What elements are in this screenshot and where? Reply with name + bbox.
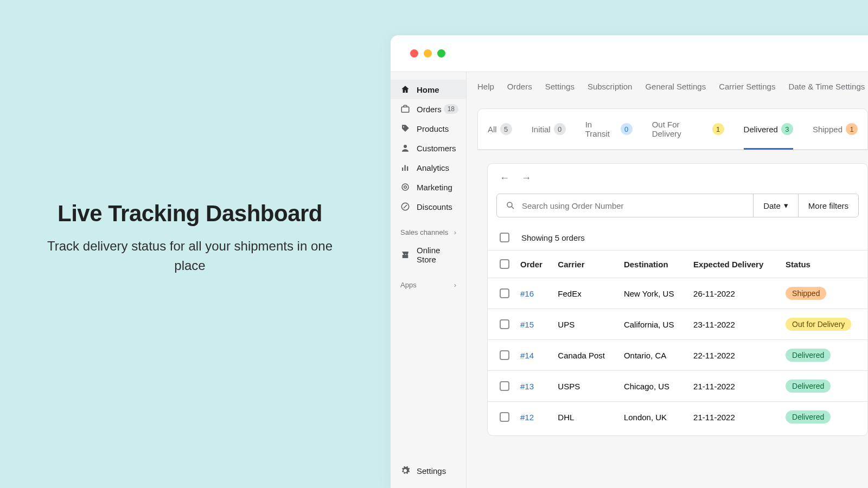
table-row: #13USPSChicago, US21-11-2022Delivered (488, 371, 867, 402)
cell-expected: 21-11-2022 (688, 402, 780, 433)
sidebar-item-orders[interactable]: Orders 18 (391, 99, 466, 119)
target-icon (400, 182, 410, 192)
section-label: Apps (400, 281, 417, 289)
cell-carrier: USPS (552, 371, 618, 402)
sidebar-item-label: Discounts (417, 202, 452, 211)
sidebar-section-apps[interactable]: Apps › (391, 277, 466, 293)
chevron-right-icon: › (454, 228, 456, 236)
row-checkbox[interactable] (500, 350, 509, 360)
tab-initial[interactable]: Initial 0 (532, 109, 566, 150)
close-icon[interactable] (410, 49, 418, 57)
sidebar-item-settings[interactable]: Settings (391, 461, 466, 480)
table-row: #16FedExNew York, US26-11-2022Shipped (488, 278, 867, 309)
sidebar-item-label: Marketing (417, 183, 452, 192)
tab-label: Delivered (744, 125, 778, 134)
table-row: #15UPSCalifornia, US23-11-2022Out for De… (488, 309, 867, 340)
sidebar-item-products[interactable]: Products (391, 119, 466, 138)
order-link[interactable]: #15 (515, 309, 552, 340)
svg-rect-4 (405, 165, 406, 171)
row-checkbox[interactable] (500, 412, 509, 422)
cell-carrier: UPS (552, 309, 618, 340)
svg-point-6 (402, 184, 409, 190)
table-row: #14Canada PostOntario, CA22-11-2022Deliv… (488, 340, 867, 371)
sidebar-item-discounts[interactable]: Discounts (391, 197, 466, 216)
cell-status: Shipped (780, 278, 867, 309)
showing-text: Showing 5 orders (521, 233, 585, 242)
tab-shipped[interactable]: Shipped 1 (813, 109, 858, 150)
tab-delivered[interactable]: Delivered 3 (744, 109, 793, 150)
topnav-subscription[interactable]: Subscription (588, 82, 633, 91)
next-arrow-icon[interactable]: → (521, 172, 531, 184)
search-input[interactable] (522, 201, 744, 210)
order-link[interactable]: #12 (515, 402, 552, 433)
table-header-row: Order Carrier Destination Expected Deliv… (488, 251, 867, 278)
col-expected: Expected Delivery (688, 251, 780, 278)
tab-label: Shipped (813, 125, 843, 134)
minimize-icon[interactable] (424, 49, 432, 57)
svg-point-9 (507, 202, 512, 207)
topnav-help[interactable]: Help (477, 82, 494, 91)
status-badge: Delivered (786, 380, 831, 393)
status-badge: Delivered (786, 410, 831, 423)
count-badge: 0 (621, 123, 633, 135)
order-link[interactable]: #13 (515, 371, 552, 402)
hero-title: Live Tracking Dashboard (38, 201, 342, 227)
filter-tabs: All 5 Initial 0 In Transit 0 Out For Del… (478, 109, 867, 150)
topnav-orders[interactable]: Orders (507, 82, 532, 91)
header-checkbox[interactable] (500, 259, 509, 269)
search-box[interactable] (497, 194, 753, 217)
more-filters-button[interactable]: More filters (798, 194, 858, 217)
row-checkbox[interactable] (500, 381, 509, 391)
sidebar-item-customers[interactable]: Customers (391, 138, 466, 158)
count-badge: 0 (554, 123, 566, 135)
prev-arrow-icon[interactable]: ← (500, 172, 509, 184)
svg-rect-0 (401, 107, 409, 112)
date-filter-button[interactable]: Date ▾ (753, 194, 798, 217)
sidebar-item-label: Settings (417, 466, 446, 476)
sidebar-item-marketing[interactable]: Marketing (391, 177, 466, 197)
sidebar-item-online-store[interactable]: Online Store (391, 241, 466, 269)
row-checkbox[interactable] (500, 319, 509, 329)
chevron-right-icon: › (454, 281, 456, 289)
count-badge: 1 (712, 123, 724, 135)
topnav-settings[interactable]: Settings (545, 82, 575, 91)
search-row: Date ▾ More filters (496, 194, 859, 217)
sidebar-item-label: Customers (417, 144, 456, 153)
cell-carrier: Canada Post (552, 340, 618, 371)
select-all-checkbox[interactable] (500, 233, 509, 242)
main-area: Help Orders Settings Subscription Genera… (467, 72, 868, 488)
sidebar-item-home[interactable]: Home (391, 80, 466, 99)
row-checkbox[interactable] (500, 288, 509, 298)
col-carrier: Carrier (552, 251, 618, 278)
sidebar-item-label: Home (417, 85, 439, 94)
count-badge: 5 (500, 123, 512, 135)
svg-rect-5 (407, 166, 408, 171)
topnav-general-settings[interactable]: General Settings (645, 82, 706, 91)
sidebar-section-sales-channels[interactable]: Sales channels › (391, 224, 466, 241)
cell-destination: Chicago, US (618, 371, 688, 402)
order-link[interactable]: #14 (515, 340, 552, 371)
order-link[interactable]: #16 (515, 278, 552, 309)
tabs-container: All 5 Initial 0 In Transit 0 Out For Del… (477, 108, 868, 150)
tab-out-for-delivery[interactable]: Out For Delivery 1 (652, 109, 724, 150)
tab-label: Initial (532, 125, 551, 134)
orders-table: Order Carrier Destination Expected Deliv… (488, 250, 867, 432)
tab-in-transit[interactable]: In Transit 0 (585, 109, 633, 150)
cell-expected: 26-11-2022 (688, 278, 780, 309)
topnav-carrier-settings[interactable]: Carrier Settings (719, 82, 775, 91)
col-destination: Destination (618, 251, 688, 278)
tab-all[interactable]: All 5 (488, 109, 512, 150)
window-controls (391, 35, 868, 72)
gear-icon (400, 466, 410, 476)
maximize-icon[interactable] (437, 49, 445, 57)
pager: ← → (488, 164, 867, 189)
topnav-datetime-settings[interactable]: Date & Time Settings (788, 82, 865, 91)
status-badge: Delivered (786, 349, 831, 362)
sidebar-item-label: Orders (417, 105, 442, 114)
search-icon (506, 201, 515, 210)
cell-status: Delivered (780, 402, 867, 433)
store-icon (400, 250, 410, 260)
sidebar-item-analytics[interactable]: Analytics (391, 158, 466, 177)
svg-point-2 (404, 145, 407, 148)
sidebar: Home Orders 18 Products Customers Analyt… (391, 72, 467, 488)
